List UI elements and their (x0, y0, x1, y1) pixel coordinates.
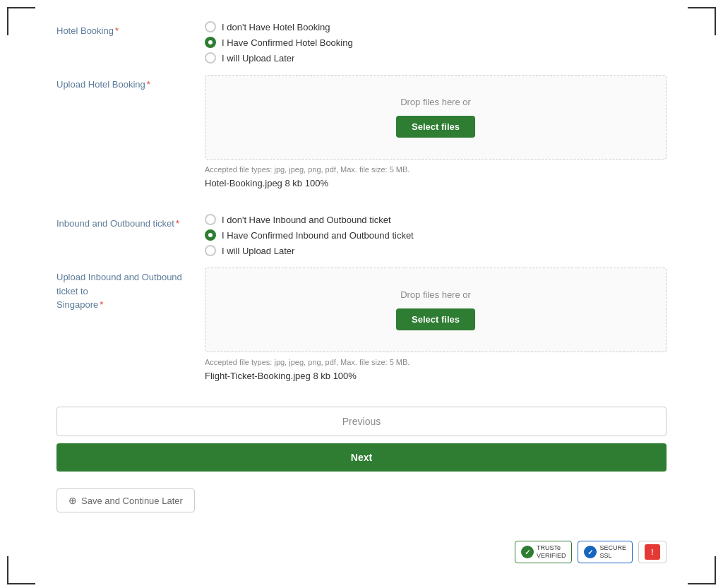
corner-bracket-br (688, 556, 716, 584)
truste-badge: ✓ TRUSTe VERIFIED (515, 541, 573, 563)
hotel-booking-options: I don't Have Hotel Booking I Have Confir… (205, 21, 667, 64)
inbound-file-info: Flight-Ticket-Booking.jpeg 8 kb 100% (205, 371, 667, 381)
secure-line1: SECURE (599, 544, 626, 552)
next-button[interactable]: Next (56, 443, 667, 472)
required-star-4: * (100, 299, 103, 310)
upload-hotel-content: Drop files here or Select files Accepted… (205, 75, 667, 188)
inbound-select-files-button[interactable]: Select files (396, 308, 475, 330)
radio-circle-no-hotel (205, 21, 216, 32)
radio-circle-no-ticket (205, 214, 216, 225)
warning-icon: ! (645, 544, 660, 560)
inbound-upload-box[interactable]: Drop files here or Select files (205, 268, 667, 352)
secure-icon: ✓ (584, 546, 597, 558)
required-star-2: * (147, 79, 150, 90)
inbound-drop-text: Drop files here or (220, 289, 652, 300)
upload-hotel-row: Upload Hotel Booking* Drop files here or… (56, 75, 667, 188)
hotel-upload-box[interactable]: Drop files here or Select files (205, 75, 667, 160)
hotel-file-info: Hotel-Booking.jpeg 8 kb 100% (205, 178, 667, 188)
upload-inbound-label: Upload Inbound and Outbound ticket to Si… (56, 268, 205, 312)
radio-circle-upload-later-hotel (205, 52, 216, 64)
secure-line2: SSL (599, 552, 626, 560)
secure-badge: ✓ SECURE SSL (578, 541, 633, 563)
upload-inbound-content: Drop files here or Select files Accepted… (205, 268, 667, 381)
save-continue-later-button[interactable]: ⊕ Save and Continue Later (56, 488, 195, 512)
corner-bracket-bl (7, 556, 35, 584)
truste-line1: TRUSTe (537, 544, 566, 552)
radio-circle-confirmed-ticket (205, 229, 216, 241)
radio-no-hotel[interactable]: I don't Have Hotel Booking (205, 21, 667, 32)
footer-badges: ✓ TRUSTe VERIFIED ✓ SECURE SSL ! (14, 534, 709, 570)
truste-line2: VERIFIED (537, 552, 566, 560)
hotel-drop-text: Drop files here or (220, 97, 652, 107)
truste-icon: ✓ (521, 546, 534, 558)
hotel-booking-row: Hotel Booking* I don't Have Hotel Bookin… (56, 21, 667, 64)
hotel-accepted-types: Accepted file types: jpg, jpeg, png, pdf… (205, 165, 667, 174)
hotel-select-files-button[interactable]: Select files (396, 116, 475, 138)
warning-badge: ! (638, 541, 667, 563)
corner-bracket-tl (7, 7, 35, 35)
upload-hotel-label: Upload Hotel Booking* (56, 75, 205, 92)
inbound-outbound-label: Inbound and Outbound ticket* (56, 214, 205, 231)
inbound-accepted-types: Accepted file types: jpg, jpeg, png, pdf… (205, 358, 667, 366)
required-star: * (115, 25, 119, 36)
radio-circle-confirmed-hotel (205, 37, 216, 48)
radio-circle-upload-later-ticket (205, 245, 216, 256)
upload-inbound-row: Upload Inbound and Outbound ticket to Si… (56, 268, 667, 381)
radio-no-ticket[interactable]: I don't Have Inbound and Outbound ticket (205, 214, 667, 225)
inbound-outbound-options: I don't Have Inbound and Outbound ticket… (205, 214, 667, 256)
radio-upload-later-hotel[interactable]: I will Upload Later (205, 52, 667, 64)
radio-confirmed-hotel[interactable]: I Have Confirmed Hotel Booking (205, 37, 667, 48)
corner-bracket-tr (688, 7, 716, 35)
radio-confirmed-ticket[interactable]: I Have Confirmed Inbound and Outbound ti… (205, 229, 667, 241)
inbound-outbound-row: Inbound and Outbound ticket* I don't Hav… (56, 214, 667, 256)
required-star-3: * (176, 218, 179, 229)
radio-upload-later-ticket[interactable]: I will Upload Later (205, 245, 667, 256)
save-icon: ⊕ (68, 495, 77, 506)
previous-button[interactable]: Previous (56, 407, 667, 436)
hotel-booking-label: Hotel Booking* (56, 21, 205, 38)
